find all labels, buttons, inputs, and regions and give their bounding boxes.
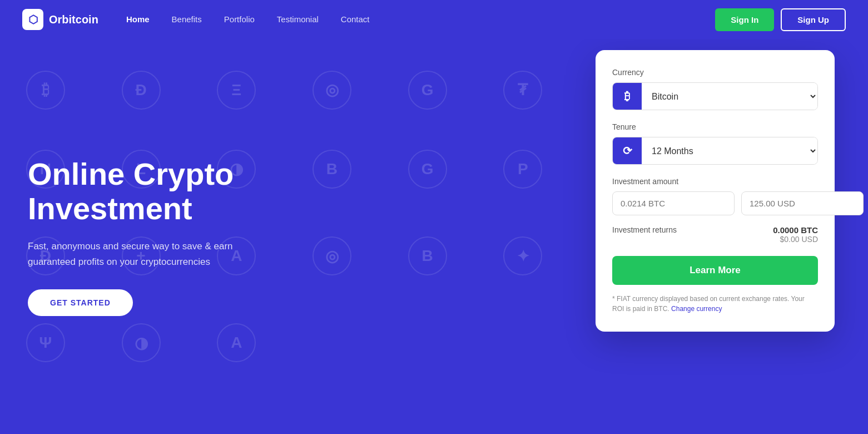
signin-button[interactable]: Sign In (715, 8, 774, 31)
bg-crypto-icon: Ξ (217, 71, 256, 110)
hero-title: Online Crypto Investment (28, 157, 272, 225)
tenure-select[interactable]: 3 Months 6 Months 12 Months 24 Months (642, 137, 817, 164)
navbar: ⬡ Orbitcoin Home Benefits Portfolio Test… (0, 0, 868, 39)
getstarted-button[interactable]: GET STARTED (28, 289, 133, 316)
returns-values: 0.0000 BTC $0.00 USD (773, 225, 818, 244)
bg-crypto-icon: ◎ (313, 236, 351, 275)
brand-name: Orbitcoin (49, 13, 98, 26)
change-currency-link[interactable]: Change currency (671, 305, 722, 313)
returns-btc: 0.0000 BTC (773, 225, 818, 235)
amount-inputs (612, 191, 818, 215)
amount-usd-input[interactable] (741, 191, 864, 215)
hero-title-line2: Investment (28, 191, 192, 226)
tenure-icon: ⟳ (613, 137, 642, 164)
returns-row: Investment returns 0.0000 BTC $0.00 USD (612, 225, 818, 244)
bg-crypto-icon: ◑ (122, 323, 161, 362)
bg-crypto-icon: ₿ (26, 71, 65, 110)
returns-label: Investment returns (612, 225, 677, 234)
currency-label: Currency (612, 68, 818, 77)
hero-title-line1: Online Crypto (28, 156, 234, 191)
nav-home[interactable]: Home (126, 14, 150, 24)
currency-select-wrapper: ₿ Bitcoin Ethereum Litecoin Ripple (612, 82, 818, 110)
bitcoin-icon: ₿ (613, 83, 642, 110)
nav-links: Home Benefits Portfolio Testimonial Cont… (126, 14, 370, 24)
fiat-note: * FIAT currency displayed based on curre… (612, 294, 818, 314)
bg-crypto-icon: ✦ (503, 236, 542, 275)
bg-crypto-icon: G (408, 150, 447, 189)
nav-benefits[interactable]: Benefits (172, 14, 202, 24)
amount-btc-input[interactable] (612, 191, 735, 215)
bg-crypto-icon: G (408, 71, 447, 110)
hero-content: Online Crypto Investment Fast, anonymous… (0, 157, 300, 316)
logo[interactable]: ⬡ Orbitcoin (22, 9, 98, 30)
returns-usd: $0.00 USD (773, 235, 818, 244)
bg-crypto-icon: Ψ (26, 323, 65, 362)
bg-crypto-icon: ◎ (313, 71, 351, 110)
hero-subtitle: Fast, anonymous and secure way to save &… (28, 239, 272, 269)
bg-crypto-icon: Ð (122, 71, 161, 110)
learnmore-button[interactable]: Learn More (612, 256, 818, 285)
bg-crypto-icon: ₮ (503, 71, 542, 110)
tenure-select-wrapper: ⟳ 3 Months 6 Months 12 Months 24 Months (612, 137, 818, 165)
amount-label: Investment amount (612, 177, 818, 186)
bg-crypto-icon: B (408, 236, 447, 275)
hero-section: ₿ÐΞ◎G₮✦◈NŁ◑BGPBΨÐ+A◎B✦Ψ◑A Online Crypto … (0, 39, 868, 434)
calculator-card: Currency ₿ Bitcoin Ethereum Litecoin Rip… (596, 50, 835, 332)
nav-auth: Sign In Sign Up (715, 8, 846, 31)
bg-crypto-icon: B (313, 150, 351, 189)
logo-icon: ⬡ (22, 9, 43, 30)
bg-crypto-icon: A (217, 323, 256, 362)
bg-crypto-icon: P (503, 150, 542, 189)
nav-testimonial[interactable]: Testimonial (277, 14, 319, 24)
nav-contact[interactable]: Contact (341, 14, 370, 24)
currency-select[interactable]: Bitcoin Ethereum Litecoin Ripple (642, 83, 817, 110)
tenure-label: Tenure (612, 122, 818, 131)
nav-portfolio[interactable]: Portfolio (224, 14, 255, 24)
signup-button[interactable]: Sign Up (781, 8, 846, 31)
